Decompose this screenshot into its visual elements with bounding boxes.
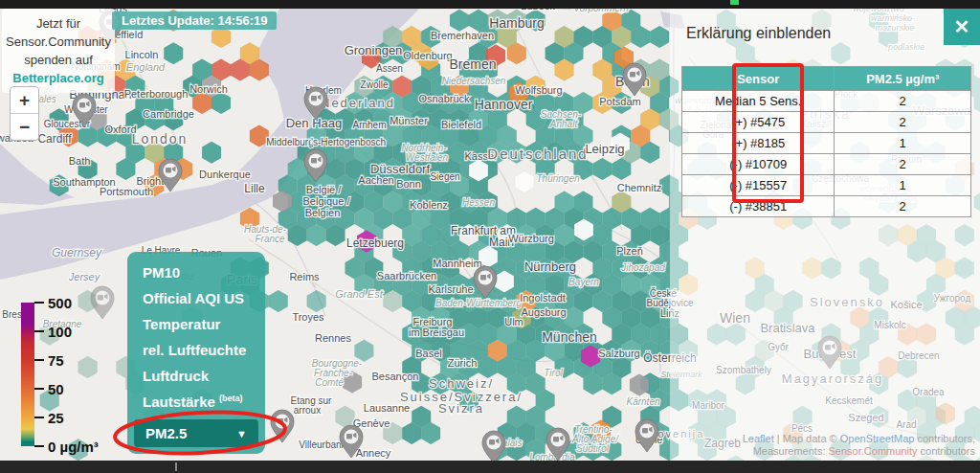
- map-place-label: München: [542, 329, 597, 345]
- value-cell: 2: [835, 91, 971, 112]
- map-place-label: Ingolstadt: [520, 292, 566, 304]
- zoom-in-button[interactable]: +: [11, 87, 38, 113]
- leaflet-link[interactable]: Leaflet: [743, 433, 774, 444]
- layer-item-luftdruck[interactable]: Luftdruck: [127, 363, 265, 389]
- close-icon[interactable]: ✕: [944, 9, 980, 45]
- sensor-cell[interactable]: (+) #8185: [682, 133, 835, 154]
- map-place-label: Lincoln: [125, 49, 159, 60]
- map-place-label: Schweiz/: [429, 376, 494, 391]
- layer-item-lautstaerke[interactable]: Lautstärke (beta): [127, 389, 265, 415]
- sensor-cell[interactable]: (-) #15557: [682, 175, 835, 196]
- tick-mark: [34, 302, 44, 304]
- sensor-table: Sensor PM2.5 µg/m³ Median 5 Sens. 2 (+) …: [681, 66, 971, 217]
- map-place-label: arroux: [294, 405, 321, 416]
- color-scale-legend: 500 100 75 50 25 0 µg/m³: [19, 293, 115, 458]
- map-place-label: Reims: [289, 271, 320, 282]
- map-place-label: Basel: [415, 348, 442, 359]
- table-row: (-) #10709 2: [682, 154, 971, 175]
- tick-label: 25: [48, 410, 64, 426]
- map-place-label: Svizra: [438, 401, 484, 416]
- sensor-cell[interactable]: (-) #10709: [682, 154, 835, 175]
- layer-menu: PM10 Official AQI US Temperatur rel. Luf…: [127, 252, 265, 454]
- zoom-control: + −: [10, 86, 39, 141]
- map-place-label: Anhalt: [549, 119, 579, 129]
- selected-layer-label: PM2.5: [145, 425, 187, 441]
- map-place-label: Annecy: [356, 447, 391, 459]
- zoom-out-button[interactable]: −: [11, 113, 38, 140]
- map-place-label: Baden-Württemberg: [435, 298, 522, 308]
- map-place-label: België /: [306, 184, 343, 195]
- map-place-label: Kärnten: [626, 396, 659, 407]
- map-place-label: Portsmouth: [100, 186, 153, 197]
- map-place-label: Thüringen: [536, 173, 579, 184]
- layer-item-luftfeuchte[interactable]: rel. Luftfeuchte: [127, 337, 265, 363]
- map-place-label: Saarbrücken: [377, 270, 436, 282]
- sensor-community-map-app: { "donation": {"line1": "Jetzt für", "li…: [0, 0, 980, 473]
- map-place-label: Plzeň: [616, 245, 643, 257]
- map-place-label: 's-Hertogenbosch: [311, 137, 386, 147]
- map-place-label: Tirol: [544, 368, 563, 378]
- map-place-label: Südtirol: [576, 443, 610, 454]
- map-place-label: Augsburg: [521, 306, 566, 318]
- table-row: (-) #15557 1: [682, 175, 971, 196]
- map-place-label: Aachen: [358, 174, 393, 186]
- gradient-bar: [21, 303, 34, 446]
- map-place-label: Bayern: [568, 277, 599, 287]
- map-place-label: London: [132, 131, 189, 146]
- map-place-label: Bremen: [449, 56, 496, 72]
- donation-line: Jetzt für: [4, 14, 113, 33]
- sensor-community-link[interactable]: Sensor.Community: [829, 445, 918, 457]
- tick-mark: [34, 417, 44, 418]
- map-place-label: Niedersachsen: [442, 76, 506, 86]
- map-place-label: Bremerhaven: [431, 30, 494, 41]
- sensor-cell[interactable]: (+) #5475: [682, 112, 835, 133]
- map-place-label: Besançon: [372, 371, 419, 382]
- layer-item-aqi-us[interactable]: Official AQI US: [127, 285, 265, 311]
- donation-line: Sensor.Community: [4, 33, 113, 51]
- map-attribution: Leaflet | Map data © OpenStreetMap contr…: [743, 433, 975, 458]
- map-place-label: Middelburg: [266, 137, 313, 147]
- map-place-label: Wolfsburg: [515, 84, 562, 96]
- map-place-label: Assen: [376, 63, 403, 74]
- map-place-label: Jersey: [68, 271, 101, 282]
- map-place-label: Oldenburg: [403, 50, 452, 61]
- panel-title[interactable]: Erklärung einblenden: [686, 25, 831, 42]
- layer-item-temperatur[interactable]: Temperatur: [127, 311, 265, 337]
- map-place-label: Norwich: [189, 83, 228, 95]
- osm-link[interactable]: OpenStreetMap: [840, 433, 915, 444]
- tick-label: 100: [48, 324, 72, 340]
- table-row: (+) #5475 2: [682, 112, 971, 133]
- value-cell: 1: [835, 133, 971, 154]
- map-place-label: Rennes: [315, 332, 351, 344]
- map-place-label: Arnhem: [352, 120, 386, 130]
- layer-item-pm10[interactable]: PM10: [127, 259, 265, 285]
- sensor-cell[interactable]: (-) #38851: [682, 196, 835, 217]
- map-place-label: Letzebuerg: [346, 236, 404, 250]
- table-row: (+) #8185 1: [682, 133, 971, 154]
- map-place-label: Guernsey: [52, 246, 102, 259]
- value-cell: 2: [835, 112, 971, 133]
- map-place-label: Hessen: [462, 197, 495, 208]
- betterplace-link[interactable]: Betterplace.org: [4, 69, 113, 87]
- value-cell: 2: [835, 196, 971, 217]
- sensor-cell: Median 5 Sens.: [682, 91, 835, 112]
- tick-label: 0 µg/m³: [48, 439, 99, 455]
- map-place-label: Zürich: [448, 357, 478, 369]
- map-place-label: Belgique /: [303, 195, 351, 207]
- map-place-label: Troyes: [292, 311, 324, 323]
- map-place-label: Nürnberg: [524, 259, 576, 274]
- map-place-label: Groningen: [345, 43, 403, 57]
- map-place-label: Mannheim: [433, 258, 481, 269]
- layer-select-pm25[interactable]: PM2.5 ▼: [134, 419, 258, 447]
- map-place-label: Deutschland: [487, 146, 588, 162]
- tick-mark: [34, 359, 44, 361]
- donation-widget: Jetzt für Sensor.Community spenden auf B…: [2, 9, 115, 93]
- map-place-label: Salzburg: [598, 348, 639, 359]
- donation-line: spenden auf: [4, 51, 113, 69]
- tick-label: 500: [48, 295, 72, 311]
- map-place-label: Nederland: [321, 96, 395, 110]
- map-place-label: Würzburg: [508, 233, 554, 244]
- attribution-text: | Map data ©: [774, 433, 840, 444]
- map-place-label: Karlsruhe: [428, 283, 473, 295]
- tick-label: 50: [48, 381, 64, 397]
